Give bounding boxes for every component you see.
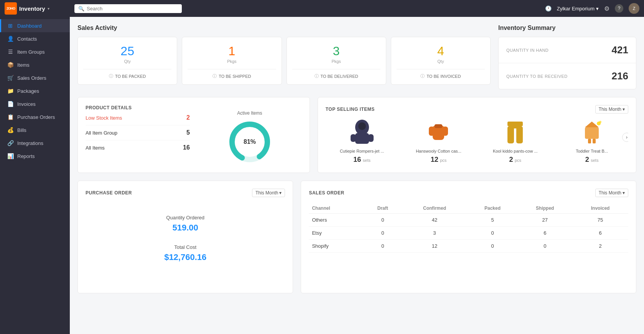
sidebar-item-dashboard[interactable]: ⊞ Dashboard: [0, 19, 70, 32]
all-items-row[interactable]: All Items 16: [86, 140, 190, 155]
invoiced-value: 4: [397, 44, 485, 58]
po-content: Quantity Ordered 519.00 Total Cost $12,7…: [86, 203, 285, 285]
org-selector[interactable]: Zylkar Emporium ▾: [557, 6, 599, 12]
sidebar-item-contacts[interactable]: 👤 Contacts: [0, 32, 70, 45]
shipped-info-icon: ⓘ: [212, 73, 217, 79]
svg-rect-15: [511, 126, 520, 128]
po-period-label: This Month: [255, 190, 278, 196]
sidebar-item-label: Items: [17, 62, 30, 68]
sidebar-item-items[interactable]: 📦 Items: [0, 58, 70, 71]
top-selling-period-select[interactable]: This Month ▾: [595, 105, 628, 114]
so-header: SALES ORDER This Month ▾: [309, 189, 628, 197]
org-chevron: ▾: [596, 6, 599, 12]
product-details-card: PRODUCT DETAILS Low Stock Items 2 All It…: [77, 97, 310, 173]
sidebar-item-purchase-orders[interactable]: 📋 Purchase Orders: [0, 110, 70, 123]
reports-icon: 📊: [7, 153, 13, 159]
product-details-title: PRODUCT DETAILS: [86, 105, 302, 110]
top-nav: ZOHO Inventory ▾ 🔍 🕐 Zylkar Emporium ▾ ⚙…: [0, 0, 644, 17]
low-stock-label: Low Stock Items: [86, 115, 122, 121]
sidebar-item-integrations[interactable]: 🔗 Integrations: [0, 137, 70, 150]
sidebar-item-label: Integrations: [17, 140, 43, 146]
invoiced-unit: Qty: [397, 59, 485, 64]
app-chevron[interactable]: ▾: [48, 7, 49, 11]
all-item-group-value: 5: [186, 129, 190, 136]
settings-icon[interactable]: ⚙: [604, 5, 609, 12]
top-area: Sales Activity 25 Qty ⓘ TO BE PACKED 1 P…: [77, 25, 636, 89]
so-shopify-channel: Shopify: [309, 240, 364, 253]
low-stock-value: 2: [186, 114, 190, 121]
search-input[interactable]: [87, 6, 178, 12]
donut-chart: 81%: [227, 119, 273, 165]
so-chevron: ▾: [623, 190, 625, 196]
content-area: Sales Activity 25 Qty ⓘ TO BE PACKED 1 P…: [70, 17, 644, 334]
avatar[interactable]: Z: [629, 3, 639, 14]
so-others-packed: 5: [468, 214, 518, 227]
bills-icon: 💰: [7, 127, 13, 133]
donut-chart-area: Active Items 81%: [198, 110, 302, 165]
inv-in-hand-label: QUANTITY IN HAND: [506, 48, 548, 53]
so-col-invoiced: Invoiced: [572, 203, 628, 214]
so-period-select[interactable]: This Month ▾: [595, 189, 628, 197]
selling-name-3: Toddler Treat B...: [555, 149, 628, 153]
svg-rect-4: [355, 133, 369, 144]
selling-img-1: [425, 120, 452, 146]
low-stock-row[interactable]: Low Stock Items 2: [86, 110, 190, 125]
sales-order-card: SALES ORDER This Month ▾ Channel Draft C…: [301, 181, 636, 293]
sidebar-item-label: Bills: [17, 127, 26, 133]
selling-qty-1: 12: [431, 156, 438, 163]
dashboard-icon: ⊞: [7, 23, 13, 29]
main-layout: ⊞ Dashboard 👤 Contacts ☰ Item Groups 📦 I…: [0, 17, 644, 334]
selling-item-3[interactable]: Toddler Treat B... 2 sets: [555, 120, 628, 164]
inventory-summary-card: QUANTITY IN HAND 421 QUANTITY TO BE RECE…: [498, 37, 636, 89]
po-chevron: ▾: [279, 190, 282, 196]
sidebar-item-sales-orders[interactable]: 🛒 Sales Orders: [0, 71, 70, 84]
sidebar-item-packages[interactable]: 📁 Packages: [0, 84, 70, 97]
so-col-draft: Draft: [364, 203, 402, 214]
selling-name-0: Cutiepie Rompers-jet ...: [326, 149, 399, 153]
activity-cards: 25 Qty ⓘ TO BE PACKED 1 Pkgs ⓘ TO BE SHI…: [77, 37, 491, 85]
po-quantity-label: Quantity Ordered: [86, 215, 285, 220]
sidebar-item-label: Reports: [17, 153, 35, 159]
selling-qty-3: 2: [585, 156, 589, 163]
so-col-confirmed: Confirmed: [402, 203, 467, 214]
app-name: Inventory: [19, 5, 45, 12]
sidebar-item-label: Invoices: [17, 101, 36, 107]
selling-item-2[interactable]: Kool kiddo pants-cow ... 2 pcs: [479, 120, 552, 164]
nav-right: 🕐 Zylkar Emporium ▾ ⚙ ? Z: [545, 3, 639, 14]
so-others-draft: 0: [364, 214, 402, 227]
all-item-group-row[interactable]: All Item Group 5: [86, 125, 190, 140]
activity-card-packed[interactable]: 25 Qty ⓘ TO BE PACKED: [77, 37, 177, 85]
so-shopify-confirmed: 12: [402, 240, 467, 253]
item-groups-icon: ☰: [7, 49, 13, 55]
inv-in-hand-row: QUANTITY IN HAND 421: [499, 37, 636, 63]
po-period-select[interactable]: This Month ▾: [252, 189, 285, 197]
search-icon: 🔍: [78, 6, 84, 12]
svg-point-7: [358, 122, 366, 130]
packed-unit: Qty: [83, 59, 171, 64]
sidebar-item-reports[interactable]: 📊 Reports: [0, 150, 70, 163]
top-selling-card: TOP SELLING ITEMS This Month ▾: [318, 97, 636, 173]
product-details-inner: Low Stock Items 2 All Item Group 5 All I…: [86, 110, 302, 165]
so-etsy-channel: Etsy: [309, 227, 364, 240]
packages-icon: 📁: [7, 88, 13, 94]
selling-item-0[interactable]: Cutiepie Rompers-jet ... 16 sets: [326, 120, 399, 164]
sidebar-item-bills[interactable]: 💰 Bills: [0, 123, 70, 137]
sidebar-item-item-groups[interactable]: ☰ Item Groups: [0, 45, 70, 58]
sidebar-item-label: Dashboard: [17, 23, 42, 29]
items-icon: 📦: [7, 62, 13, 68]
po-quantity-row: Quantity Ordered 519.00: [86, 215, 285, 233]
sidebar-item-invoices[interactable]: 📄 Invoices: [0, 97, 70, 110]
activity-card-invoiced[interactable]: 4 Qty ⓘ TO BE INVOICED: [391, 37, 491, 85]
invoiced-status: ⓘ TO BE INVOICED: [397, 69, 485, 79]
so-etsy-shipped: 6: [517, 227, 572, 240]
delivered-unit: Pkgs: [292, 59, 380, 64]
packed-status-label: TO BE PACKED: [115, 74, 146, 79]
svg-rect-5: [351, 134, 356, 142]
history-icon[interactable]: 🕐: [545, 5, 552, 12]
selling-item-1[interactable]: Hanswooly Cotton cas... 12 pcs: [402, 120, 475, 164]
help-icon[interactable]: ?: [615, 4, 623, 13]
po-quantity-value: 519.00: [86, 223, 285, 233]
activity-card-shipped[interactable]: 1 Pkgs ⓘ TO BE SHIPPED: [182, 37, 282, 85]
activity-card-delivered[interactable]: 3 Pkgs ⓘ TO BE DELIVERED: [287, 37, 386, 85]
svg-rect-11: [435, 124, 442, 128]
